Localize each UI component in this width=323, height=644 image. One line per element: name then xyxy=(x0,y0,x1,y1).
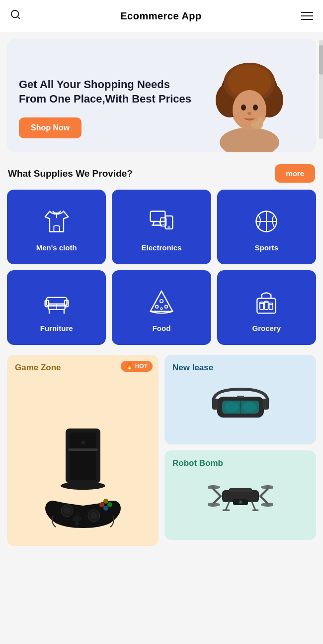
category-food[interactable]: Food xyxy=(112,270,211,345)
svg-point-13 xyxy=(247,112,251,115)
svg-point-58 xyxy=(103,499,108,504)
hot-badge: 🔥 HOT xyxy=(121,361,153,372)
svg-point-78 xyxy=(266,503,270,507)
promo-section: 🔥 HOT Game Zone xyxy=(0,345,323,553)
category-mens-cloth[interactable]: Men's cloth xyxy=(7,190,106,264)
shirt-icon xyxy=(41,206,73,237)
svg-line-85 xyxy=(252,502,255,510)
svg-point-75 xyxy=(211,485,215,489)
console-illustration xyxy=(15,377,151,538)
svg-point-50 xyxy=(64,507,71,514)
svg-point-12 xyxy=(253,105,258,110)
search-icon[interactable] xyxy=(10,9,21,23)
pizza-icon xyxy=(146,286,177,318)
svg-point-82 xyxy=(240,501,242,503)
vr-headset-illustration xyxy=(172,377,308,422)
svg-point-47 xyxy=(81,440,85,444)
svg-line-69 xyxy=(213,496,221,504)
scrollbar-thumb[interactable] xyxy=(319,45,323,75)
robot-bomb-title: Robot Bomb xyxy=(172,458,308,468)
grocery-label: Grocery xyxy=(252,324,281,332)
new-lease-title: New lease xyxy=(172,363,308,373)
svg-point-35 xyxy=(165,305,168,308)
banner-content: Get All Your Shopping Needs From One Pla… xyxy=(19,77,195,152)
svg-rect-64 xyxy=(237,396,244,398)
svg-point-48 xyxy=(61,482,105,490)
basketball-icon xyxy=(250,206,282,237)
vr-headset-svg xyxy=(208,382,273,422)
food-label: Food xyxy=(153,324,171,332)
svg-point-76 xyxy=(266,485,270,489)
svg-rect-66 xyxy=(263,399,269,410)
svg-point-77 xyxy=(211,503,215,507)
electronics-label: Electronics xyxy=(142,243,182,252)
hero-banner: Get All Your Shopping Needs From One Pla… xyxy=(7,39,316,152)
menu-icon[interactable] xyxy=(301,12,313,20)
app-title: Ecommerce App xyxy=(120,10,202,22)
category-grocery[interactable]: Grocery xyxy=(217,270,316,345)
svg-rect-45 xyxy=(70,432,96,480)
supplies-title: What Supplies We Provide? xyxy=(8,168,133,179)
svg-rect-46 xyxy=(68,448,98,451)
svg-point-63 xyxy=(242,402,256,412)
svg-point-62 xyxy=(225,402,239,412)
category-electronics[interactable]: Electronics xyxy=(112,190,211,264)
drone-illustration xyxy=(172,472,308,516)
sofa-icon xyxy=(41,286,73,318)
svg-rect-65 xyxy=(212,399,218,410)
svg-point-33 xyxy=(160,299,163,303)
svg-line-1 xyxy=(17,16,19,18)
banner-image xyxy=(195,53,304,152)
svg-point-36 xyxy=(161,308,162,310)
mens-cloth-label: Men's cloth xyxy=(36,243,77,252)
woman-illustration xyxy=(200,53,299,152)
promo-right-column: New lease xyxy=(164,355,316,540)
svg-rect-40 xyxy=(269,303,273,309)
app-header: Ecommerce App xyxy=(0,0,323,32)
svg-line-67 xyxy=(213,489,221,496)
playstation-svg xyxy=(38,424,128,538)
scrollbar[interactable] xyxy=(319,40,323,139)
svg-point-15 xyxy=(257,116,263,126)
svg-rect-83 xyxy=(229,488,252,492)
svg-point-56 xyxy=(99,502,104,507)
category-furniture[interactable]: Furniture xyxy=(7,270,106,345)
svg-point-34 xyxy=(156,305,159,308)
svg-point-55 xyxy=(103,506,108,511)
svg-rect-17 xyxy=(151,211,165,221)
drone-svg xyxy=(208,476,273,516)
svg-point-57 xyxy=(107,502,112,507)
category-sports[interactable]: Sports xyxy=(217,190,316,264)
banner-headline: Get All Your Shopping Needs From One Pla… xyxy=(19,77,195,107)
furniture-label: Furniture xyxy=(40,324,73,332)
svg-line-68 xyxy=(260,489,268,496)
grocery-icon xyxy=(250,286,282,318)
svg-point-52 xyxy=(90,512,97,519)
svg-point-11 xyxy=(241,105,246,110)
shop-now-button[interactable]: Shop Now xyxy=(19,117,81,138)
more-button[interactable]: more xyxy=(275,164,315,183)
electronics-icon xyxy=(146,206,177,237)
game-zone-card[interactable]: 🔥 HOT Game Zone xyxy=(7,355,159,546)
supplies-section-header: What Supplies We Provide? more xyxy=(0,152,323,190)
svg-point-2 xyxy=(220,127,279,152)
new-lease-card[interactable]: New lease xyxy=(164,355,316,444)
sports-label: Sports xyxy=(255,243,279,252)
svg-rect-54 xyxy=(73,517,81,521)
robot-bomb-card[interactable]: Robot Bomb xyxy=(164,450,316,540)
svg-line-84 xyxy=(226,502,229,510)
category-grid: Men's cloth Electronics xyxy=(0,190,323,345)
svg-line-70 xyxy=(260,496,268,504)
